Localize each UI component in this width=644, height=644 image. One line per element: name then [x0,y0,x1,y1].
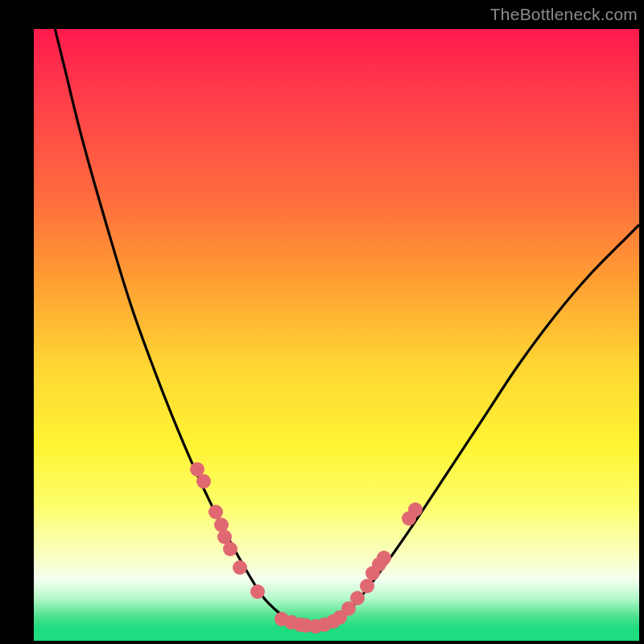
plot-area [34,29,639,641]
data-point [408,502,423,517]
watermark-text: TheBottleneck.com [490,5,638,24]
data-point [377,551,391,565]
data-point [233,560,247,575]
data-point [250,584,265,599]
data-point [196,474,211,489]
bottleneck-curve [34,29,639,641]
data-point [223,542,237,556]
data-point [350,591,365,605]
chart-frame: TheBottleneck.com [0,0,644,644]
